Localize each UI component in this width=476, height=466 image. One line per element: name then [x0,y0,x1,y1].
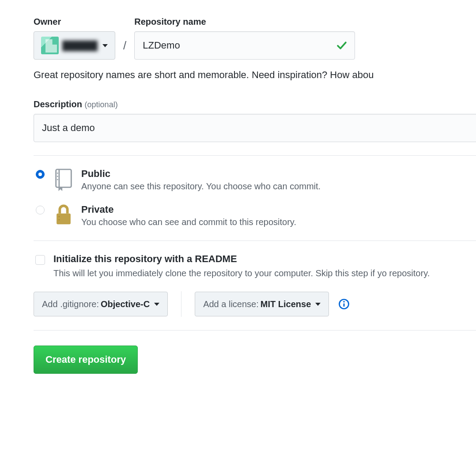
divider [34,330,476,331]
owner-avatar-icon [41,37,59,54]
caret-down-icon [315,303,321,306]
repo-name-input[interactable] [134,31,355,60]
readme-sub: This will let you immediately clone the … [53,267,430,280]
svg-point-2 [57,173,58,174]
svg-point-6 [58,216,60,217]
owner-select-button[interactable]: ██████ [34,31,115,60]
license-select-button[interactable]: Add a license: MIT License [195,292,329,316]
divider [34,155,476,156]
svg-point-3 [57,176,58,177]
vertical-separator [181,291,181,317]
private-radio[interactable] [36,206,45,214]
svg-point-7 [58,219,60,221]
svg-point-4 [57,179,58,180]
divider [34,241,476,241]
checkmark-icon [336,40,347,51]
public-title: Public [81,168,321,180]
repo-public-icon [53,168,74,191]
name-hint-text: Great repository names are short and mem… [34,69,476,81]
caret-down-icon [102,44,108,47]
public-sub: Anyone can see this repository. You choo… [81,181,321,192]
owner-label: Owner [34,17,115,27]
create-repository-button[interactable]: Create repository [34,346,138,374]
description-label: Description (optional) [34,99,476,109]
info-icon[interactable] [339,299,349,309]
caret-down-icon [154,303,159,306]
lock-icon [53,204,74,227]
readme-checkbox[interactable] [35,255,45,265]
svg-rect-0 [56,169,72,187]
svg-rect-10 [344,303,345,307]
public-radio[interactable] [36,170,45,179]
private-sub: You choose who can see and commit to thi… [81,217,296,227]
private-title: Private [81,204,296,215]
svg-rect-5 [57,214,71,225]
owner-name: ██████ [62,41,97,51]
description-input[interactable] [34,114,476,142]
gitignore-select-button[interactable]: Add .gitignore: Objective-C [34,292,168,316]
svg-point-9 [343,301,345,303]
repo-name-label: Repository name [134,17,355,27]
readme-title: Initialize this repository with a README [53,253,430,265]
slash-separator: / [123,39,126,53]
